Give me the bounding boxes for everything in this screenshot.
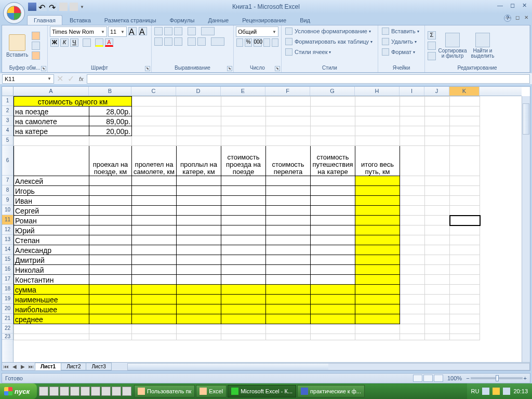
cell-F14[interactable] — [266, 245, 311, 255]
cell-A15[interactable]: Дмитрий — [14, 255, 89, 265]
cell-K2[interactable] — [450, 107, 480, 116]
fill-color-icon[interactable] — [95, 38, 103, 47]
cell-C19[interactable] — [132, 295, 177, 304]
cell-H12[interactable] — [355, 225, 400, 235]
cell-A6[interactable] — [14, 146, 89, 176]
cell-A14[interactable]: Александр — [14, 245, 89, 255]
row-header-18[interactable]: 18 — [2, 284, 13, 294]
cell-I12[interactable] — [400, 225, 425, 235]
cell-F15[interactable] — [266, 255, 311, 265]
cell-G17[interactable] — [311, 275, 355, 285]
cell-C15[interactable] — [132, 255, 177, 265]
cell-B11[interactable] — [89, 216, 132, 225]
cell-E9[interactable] — [221, 196, 266, 206]
mdi-restore[interactable]: ◻ — [514, 15, 521, 20]
cell-G15[interactable] — [311, 255, 355, 265]
cell-A10[interactable]: Сергей — [14, 206, 89, 216]
cell-I22[interactable] — [400, 324, 425, 334]
taskbar-item-3[interactable]: Microsoft Excel - К... — [228, 385, 296, 397]
row-header-11[interactable]: 11 — [2, 215, 13, 225]
cell-K5[interactable] — [450, 136, 480, 146]
sheet-nav-last[interactable]: ⏭ — [27, 364, 35, 369]
cell-A18[interactable]: сумма — [14, 285, 89, 295]
cell-G22[interactable] — [311, 324, 355, 334]
cell-J9[interactable] — [425, 196, 450, 206]
cell-D11[interactable] — [177, 216, 221, 225]
cell-E12[interactable] — [221, 225, 266, 235]
cell-D14[interactable] — [177, 245, 221, 255]
cell-J19[interactable] — [425, 295, 450, 304]
cell-C8[interactable] — [132, 186, 177, 196]
cell-C10[interactable] — [132, 206, 177, 216]
comma-icon[interactable]: 000 — [254, 38, 262, 47]
cell-G2[interactable] — [311, 107, 355, 116]
cell-J15[interactable] — [425, 255, 450, 265]
cell-H14[interactable] — [355, 245, 400, 255]
cell-D2[interactable] — [177, 107, 221, 116]
cell-H20[interactable] — [355, 304, 400, 314]
cell-K13[interactable] — [450, 235, 480, 245]
sheet-nav-first[interactable]: ⏮ — [2, 364, 10, 369]
cell-I6[interactable] — [400, 146, 425, 176]
zoom-slider[interactable] — [471, 377, 523, 379]
print-icon[interactable] — [59, 3, 68, 11]
col-header-G[interactable]: G — [310, 87, 355, 96]
cell-E22[interactable] — [221, 324, 266, 334]
cell-H16[interactable] — [355, 265, 400, 275]
col-header-B[interactable]: B — [89, 87, 131, 96]
page-break-view-button[interactable] — [434, 375, 443, 382]
row-header-19[interactable]: 19 — [2, 294, 13, 304]
cell-F10[interactable] — [266, 206, 311, 216]
cell-J1[interactable] — [425, 97, 450, 107]
cell-F6[interactable]: стоимость перелета — [266, 146, 311, 176]
language-indicator[interactable]: RU — [471, 388, 480, 394]
sheet-nav-next[interactable]: ▶ — [19, 364, 27, 369]
restore-button[interactable]: ◻ — [508, 2, 517, 9]
cell-D6[interactable]: проплыл на катере, км — [177, 146, 221, 176]
cell-B21[interactable] — [89, 314, 132, 324]
cell-H7[interactable] — [355, 176, 400, 186]
cell-J16[interactable] — [425, 265, 450, 275]
tab-data[interactable]: Данные — [202, 16, 235, 25]
align-center-icon[interactable] — [164, 37, 172, 46]
cell-H10[interactable] — [355, 206, 400, 216]
ql-icon-6[interactable] — [91, 387, 100, 396]
cell-I23[interactable] — [400, 334, 425, 340]
cell-A1[interactable]: стоимость одного км — [14, 97, 132, 107]
cells-area[interactable]: стоимость одного кмна поезде28,00р.на са… — [14, 96, 522, 362]
cancel-formula-icon[interactable]: ✕ — [55, 74, 65, 84]
align-right-icon[interactable] — [174, 37, 182, 46]
cell-E2[interactable] — [221, 107, 266, 116]
ql-icon-4[interactable] — [70, 387, 79, 396]
cell-E14[interactable] — [221, 245, 266, 255]
cell-A19[interactable]: наименьшее — [14, 295, 89, 304]
col-header-H[interactable]: H — [355, 87, 400, 96]
cell-K20[interactable] — [450, 304, 480, 314]
sheet-tab-1[interactable]: Лист1 — [35, 363, 61, 370]
cell-F16[interactable] — [266, 265, 311, 275]
tab-view[interactable]: Вид — [294, 16, 316, 25]
cell-B23[interactable] — [89, 334, 132, 340]
wrap-text-icon[interactable] — [201, 27, 215, 35]
row-header-23[interactable]: 23 — [2, 334, 13, 340]
cell-G4[interactable] — [311, 126, 355, 136]
cell-I2[interactable] — [400, 107, 425, 116]
cell-E3[interactable] — [221, 116, 266, 126]
cell-G5[interactable] — [311, 136, 355, 146]
row-header-21[interactable]: 21 — [2, 314, 13, 324]
cell-B19[interactable] — [89, 295, 132, 304]
cell-B13[interactable] — [89, 235, 132, 245]
cell-G11[interactable] — [311, 216, 355, 225]
cell-J12[interactable] — [425, 225, 450, 235]
cell-F12[interactable] — [266, 225, 311, 235]
cell-I3[interactable] — [400, 116, 425, 126]
cell-H23[interactable] — [355, 334, 400, 340]
cell-B2[interactable]: 28,00р. — [89, 107, 132, 116]
col-header-J[interactable]: J — [424, 87, 449, 96]
cell-K14[interactable] — [450, 245, 480, 255]
cell-D15[interactable] — [177, 255, 221, 265]
find-select-button[interactable]: Найти и выделить — [469, 32, 497, 60]
cell-F9[interactable] — [266, 196, 311, 206]
cell-I19[interactable] — [400, 295, 425, 304]
cell-K12[interactable] — [450, 225, 480, 235]
